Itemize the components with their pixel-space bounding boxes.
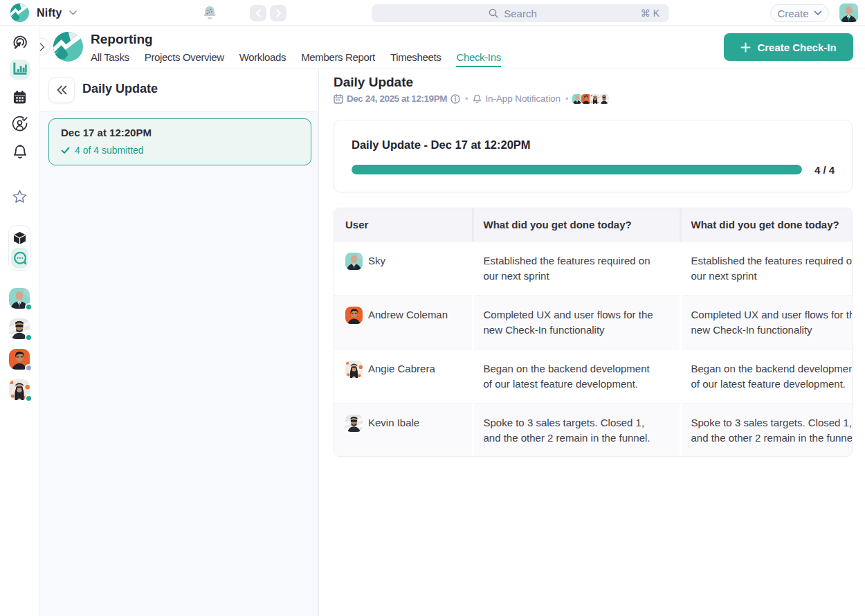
table-row: SkyEstablished the features required on … — [334, 241, 853, 295]
answer-cell: Began on the backend development of our … — [680, 349, 853, 403]
project-header: Reporting All TasksProjects OverviewWork… — [39, 26, 865, 69]
check-in-card-title: Dec 17 at 12:20PM — [61, 127, 152, 138]
answer-cell: Completed UX and user flows for the new … — [680, 295, 853, 349]
answer-text: Completed UX and user flows for the new … — [691, 307, 853, 338]
history-back-button[interactable] — [250, 5, 266, 21]
sidebar-item-discussions[interactable] — [9, 251, 30, 265]
bell-icon — [12, 144, 28, 160]
answer-cell: Began on the backend development of our … — [473, 349, 680, 403]
chevron-right-icon — [39, 43, 45, 51]
user-avatar[interactable] — [839, 3, 858, 22]
answer-cell: Spoke to 3 sales targets. Closed 1, and … — [680, 403, 853, 457]
answer-text: Spoke to 3 sales targets. Closed 1, and … — [484, 415, 657, 446]
sidebar-item-members[interactable] — [0, 116, 39, 132]
sidebar-item-favorites[interactable] — [0, 190, 39, 203]
user-name: Kevin Ibale — [368, 415, 419, 431]
sidebar-item-calendar[interactable] — [0, 90, 39, 105]
double-chevron-left-icon — [56, 85, 68, 95]
answer-cell: Spoke to 3 sales targets. Closed 1, and … — [473, 403, 680, 457]
create-check-in-label: Create Check-In — [757, 42, 836, 53]
status-dot — [25, 395, 33, 402]
chevron-down-icon — [814, 10, 822, 16]
chat-bubble-icon — [13, 251, 27, 265]
search-shortcut: ⌘ K — [641, 8, 659, 19]
status-dot — [25, 303, 33, 311]
progress-card: Daily Update - Dec 17 at 12:20PM 4 / 4 — [334, 120, 853, 192]
search-icon — [489, 8, 498, 18]
sidebar-user-avatar[interactable] — [9, 288, 30, 309]
answer-text: Completed UX and user flows for the new … — [484, 307, 657, 338]
check-in-date: Dec 24, 2025 at 12:19PM — [347, 93, 447, 104]
chevron-down-icon[interactable] — [69, 10, 77, 15]
user-avatar — [345, 361, 363, 378]
create-button[interactable]: Create — [770, 4, 829, 22]
status-dot — [25, 364, 33, 372]
participant-avatar — [590, 94, 600, 104]
report-tabs: All TasksProjects OverviewWorkloadsMembe… — [91, 50, 501, 67]
check-in-detail: Daily Update Dec 24, 2025 at 12:19PM • I… — [319, 69, 865, 616]
check-in-card-selected[interactable]: Dec 17 at 12:20PM 4 of 4 submitted — [48, 118, 311, 165]
history-forward-button[interactable] — [270, 5, 286, 21]
participant-avatar — [581, 94, 591, 104]
collapse-panel-button[interactable] — [48, 77, 75, 103]
cube-icon — [13, 231, 26, 245]
app-sidebar — [0, 26, 39, 616]
check-in-card-status: 4 of 4 submitted — [75, 145, 144, 156]
check-in-title: Daily Update — [334, 75, 413, 90]
page-title: Reporting — [91, 32, 153, 47]
column-header: What did you get done today? — [680, 208, 853, 241]
user-avatar — [345, 307, 363, 324]
person-check-icon — [12, 116, 28, 132]
project-logo[interactable] — [53, 32, 83, 62]
answer-text: Established the features required on our… — [691, 253, 853, 284]
user-name: Andrew Coleman — [368, 307, 448, 323]
workspace-menu[interactable]: Nifty — [10, 3, 77, 22]
user-name: Sky — [368, 253, 385, 269]
progress-card-title: Daily Update - Dec 17 at 12:20PM — [352, 138, 531, 152]
check-in-list-panel: Daily Update Dec 17 at 12:20PM 4 of 4 su… — [39, 69, 319, 616]
status-dot — [25, 334, 33, 341]
participant-avatars — [573, 94, 609, 104]
info-icon[interactable] — [450, 94, 460, 104]
participant-avatar — [599, 94, 609, 104]
user-avatar — [345, 253, 363, 270]
sidebar-item-my-work[interactable] — [0, 35, 39, 51]
answer-cell: Established the features required on our… — [680, 241, 853, 295]
participant-avatar — [572, 94, 582, 104]
notifications-bell-icon[interactable] — [203, 6, 217, 21]
sidebar-user-avatar[interactable] — [9, 379, 30, 400]
tab-all-tasks[interactable]: All Tasks — [91, 50, 129, 67]
sidebar-item-project[interactable] — [9, 231, 30, 245]
meta-separator: • — [565, 93, 568, 104]
create-button-label: Create — [777, 8, 808, 19]
search-placeholder: Search — [504, 8, 537, 19]
sidebar-user-avatar[interactable] — [9, 318, 30, 339]
sidebar-project-group — [8, 225, 31, 271]
tab-projects-overview[interactable]: Projects Overview — [145, 50, 224, 67]
create-check-in-button[interactable]: Create Check-In — [724, 33, 853, 61]
tab-timesheets[interactable]: Timesheets — [390, 50, 441, 67]
brand-name: Nifty — [37, 7, 62, 19]
answer-cell: Completed UX and user flows for the new … — [473, 295, 680, 349]
calendar-icon — [12, 90, 27, 105]
tab-check-ins[interactable]: Check-Ins — [456, 50, 500, 67]
nifty-logo-icon — [10, 3, 29, 22]
search-input[interactable]: Search ⌘ K — [372, 4, 669, 22]
answer-text: Began on the backend development of our … — [691, 361, 853, 392]
check-in-meta: Dec 24, 2025 at 12:19PM • In-App Notific… — [334, 93, 609, 104]
sidebar-item-notifications[interactable] — [0, 144, 39, 160]
bar-chart-icon — [12, 62, 27, 77]
calendar-icon — [334, 94, 343, 104]
progress-bar — [352, 165, 802, 174]
target-arrow-icon — [12, 35, 28, 51]
tab-workloads[interactable]: Workloads — [239, 50, 286, 67]
column-header: User — [334, 208, 473, 241]
table-row: Kevin IbaleSpoke to 3 sales targets. Clo… — [334, 403, 853, 457]
progress-label: 4 / 4 — [809, 164, 840, 176]
sidebar-item-reporting[interactable] — [0, 62, 39, 77]
bell-icon — [473, 94, 482, 104]
top-bar: Nifty Search ⌘ K Create — [0, 0, 865, 26]
panel-header: Daily Update — [39, 69, 318, 111]
sidebar-user-avatar[interactable] — [9, 349, 30, 370]
tab-members-report[interactable]: Members Report — [301, 50, 375, 67]
